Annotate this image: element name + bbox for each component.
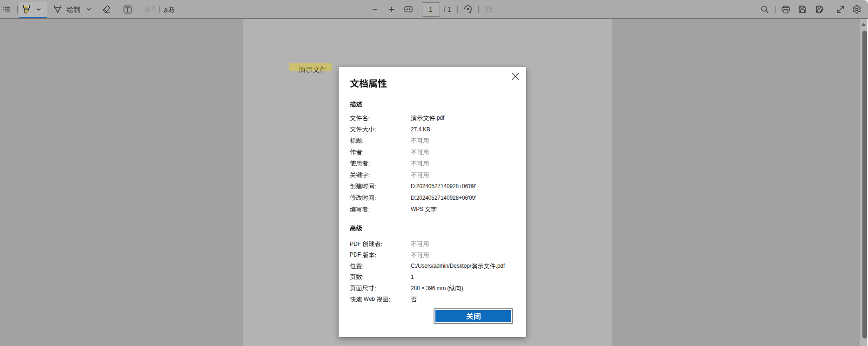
read-aloud-button (145, 4, 157, 16)
property-label-glyphs-svg (350, 149, 364, 155)
property-value: 不可用 (411, 252, 515, 258)
property-value-glyphs-svg (411, 296, 417, 302)
property-label: 作者: (350, 149, 411, 155)
toolbar: 绘制aあ/ 1 (0, 0, 868, 19)
property-label: 关键字: (350, 172, 411, 178)
property-label-glyphs-svg (362, 241, 382, 247)
zoom-in-button[interactable] (387, 5, 396, 14)
property-label-glyphs: 页数: (350, 274, 364, 280)
property-label: 编写者: (350, 206, 411, 212)
property-value-glyphs-svg (411, 137, 429, 143)
close-button[interactable] (508, 69, 522, 83)
property-label-glyphs: 修改时间: (350, 195, 376, 201)
toolbar-divider (478, 6, 479, 13)
section-heading-glyphs: 描述 (350, 101, 362, 107)
property-row: 编写者:WPS 文字 (350, 204, 515, 215)
property-label: 修改时间: (350, 195, 411, 201)
dialog-close-action-button[interactable]: 关闭 (434, 308, 513, 324)
zoom-out-button[interactable] (370, 5, 380, 14)
draw-button[interactable]: 绘制 (53, 2, 93, 17)
property-value-run: ) (461, 285, 463, 292)
property-value-glyphs: 不可用 (411, 160, 429, 166)
close-icon (511, 72, 520, 81)
highlighter-dropdown[interactable] (34, 5, 43, 14)
text-box-icon (123, 5, 132, 14)
toolbar-divider (138, 6, 138, 13)
property-label-glyphs-svg (350, 263, 364, 269)
property-row: 页面尺寸:280 × 396 mm (纵向) (350, 283, 515, 294)
eraser-button[interactable] (101, 4, 112, 15)
property-label-glyphs: 作者: (350, 149, 364, 155)
property-value-glyphs-svg (411, 149, 429, 155)
property-label-glyphs-svg (350, 126, 376, 132)
zoom-in-icon (387, 5, 396, 14)
print-button[interactable] (781, 5, 790, 14)
pen-nib-icon (53, 5, 62, 14)
property-label-glyphs-svg (376, 296, 390, 302)
property-row: 页数:1 (350, 271, 515, 283)
property-row: 标题:不可用 (350, 135, 515, 146)
property-row: 文件名:演示文件.pdf (350, 112, 515, 123)
toc-button[interactable] (1, 4, 13, 15)
section-divider (349, 219, 514, 219)
property-label: 使用者: (350, 160, 411, 166)
translate-button[interactable]: aあ (164, 4, 175, 15)
property-label-run: Web (362, 296, 376, 302)
toolbar-divider (117, 6, 117, 13)
property-row: PDF 版本:不可用 (350, 249, 515, 260)
property-label-glyphs-svg (350, 195, 376, 201)
toolbar-divider (775, 6, 776, 13)
property-row: 关键字:不可用 (350, 170, 515, 181)
property-label-glyphs-svg (350, 274, 364, 280)
settings-gear-icon (852, 5, 861, 14)
chevron-down-icon (84, 5, 93, 14)
property-label-glyphs: 位置: (350, 263, 364, 269)
search-button[interactable] (761, 5, 770, 14)
property-value: C:/Users/admin/Desktop/演示文件.pdf (411, 263, 515, 269)
property-row: PDF 创建者:不可用 (350, 238, 515, 250)
property-value: 1 (411, 274, 515, 280)
search-icon (761, 5, 770, 14)
fit-width-button[interactable] (404, 5, 413, 14)
translate-label-glyphs-svg (164, 6, 175, 14)
property-label-glyphs: 视图: (376, 296, 390, 302)
scrollbar-thumb[interactable] (862, 31, 867, 339)
property-value-glyphs: 不可用 (411, 172, 429, 178)
property-label-glyphs-svg (350, 206, 370, 212)
property-label-run: PDF (350, 241, 362, 247)
property-value-glyphs-svg (449, 285, 461, 291)
property-value: 不可用 (411, 137, 515, 143)
scroll-up-button[interactable] (861, 23, 866, 26)
print-icon (781, 5, 790, 14)
section-heading-glyphs-svg (350, 101, 362, 107)
settings-button[interactable] (852, 5, 861, 14)
rotate-button[interactable] (463, 5, 473, 14)
draw-label-svg (67, 6, 80, 13)
close-button-glyphs-svg (466, 312, 481, 320)
property-row: 文件大小:27.4 KB (350, 124, 515, 135)
text-box-button[interactable] (122, 4, 133, 15)
property-label-glyphs: 文件名: (350, 115, 370, 121)
fullscreen-button[interactable] (836, 5, 845, 14)
dialog-title-glyphs: 文档属性 (350, 79, 387, 88)
read-aloud-icon (145, 4, 157, 16)
property-label: 页数: (350, 274, 411, 280)
eraser-icon (102, 5, 111, 14)
highlighter-button[interactable] (22, 5, 31, 14)
property-row: 使用者:不可用 (350, 158, 515, 169)
page-view-icon (484, 5, 493, 14)
property-value: 不可用 (411, 160, 515, 166)
property-value: 不可用 (411, 241, 515, 247)
fullscreen-icon (836, 5, 845, 14)
fit-to-width-icon (404, 5, 413, 14)
property-value-glyphs: 不可用 (411, 137, 429, 143)
section-heading-glyphs: 高级 (350, 225, 362, 231)
page-number-input[interactable] (422, 2, 440, 17)
save-as-button[interactable] (815, 5, 824, 14)
save-button[interactable] (798, 5, 807, 14)
highlighter-icon (22, 5, 31, 14)
toolbar-divider (830, 6, 830, 13)
property-value-glyphs: 不可用 (411, 241, 429, 247)
dialog-title-glyphs-svg (350, 79, 387, 88)
page-title-text: 演示文件 (299, 66, 327, 75)
